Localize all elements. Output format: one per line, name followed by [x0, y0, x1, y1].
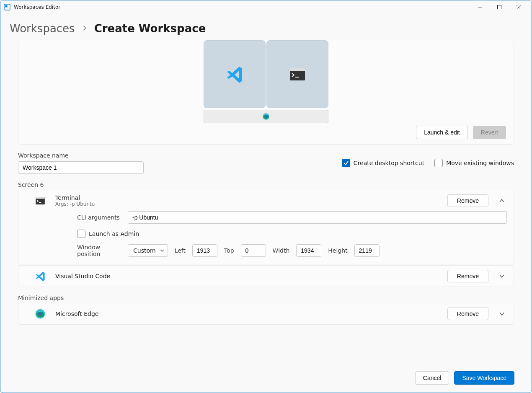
app-icon — [4, 4, 10, 10]
launch-as-admin-label: Launch as Admin — [89, 230, 139, 237]
chevron-down-icon — [499, 273, 505, 279]
vscode-icon — [34, 271, 47, 282]
create-shortcut-checkbox[interactable] — [342, 159, 350, 167]
chevron-down-icon — [160, 247, 164, 254]
svg-rect-12 — [36, 197, 45, 199]
create-shortcut-checkbox-wrap[interactable]: Create desktop shortcut — [342, 159, 424, 167]
svg-rect-3 — [498, 5, 501, 9]
layout-preview-panel: Launch & edit Revert — [18, 40, 514, 145]
window-position-label: Window position — [77, 244, 121, 257]
chevron-right-icon — [82, 25, 88, 33]
minimized-section-label: Minimized apps — [18, 295, 514, 301]
svg-point-10 — [265, 115, 268, 118]
top-input[interactable] — [241, 244, 266, 257]
collapse-button[interactable] — [497, 198, 507, 204]
expand-button[interactable] — [497, 311, 507, 317]
titlebar: Workspaces Editor — [0, 0, 532, 14]
edge-icon — [34, 308, 47, 319]
move-windows-label: Move existing windows — [446, 160, 514, 166]
edge-icon — [262, 113, 270, 120]
save-workspace-button[interactable]: Save Workspace — [454, 371, 514, 385]
svg-rect-7 — [290, 68, 305, 71]
app-row-vscode: Visual Studio Code Remove — [18, 265, 514, 287]
width-label: Width — [273, 247, 290, 254]
width-input[interactable] — [296, 244, 321, 257]
breadcrumb: Workspaces Create Workspace — [10, 22, 514, 35]
svg-point-15 — [38, 312, 42, 316]
app-subtext: Args: -p Ubuntu — [55, 201, 439, 207]
height-input[interactable] — [354, 244, 380, 257]
preview-taskbar — [204, 110, 328, 123]
cli-arguments-input[interactable] — [128, 211, 507, 224]
launch-as-admin-checkbox[interactable] — [77, 230, 85, 238]
chevron-down-icon — [499, 311, 505, 317]
launch-as-admin-wrap[interactable]: Launch as Admin — [77, 230, 139, 238]
cancel-button[interactable]: Cancel — [415, 371, 449, 385]
minimize-button[interactable] — [470, 0, 490, 14]
move-windows-checkbox-wrap[interactable]: Move existing windows — [434, 159, 514, 167]
svg-rect-1 — [5, 5, 8, 8]
move-windows-checkbox[interactable] — [434, 159, 443, 167]
preview-tile-terminal[interactable] — [266, 40, 328, 108]
app-row-terminal: Terminal Args: -p Ubuntu Remove CLI argu… — [18, 190, 514, 264]
expand-button[interactable] — [497, 273, 507, 279]
footer-actions: Cancel Save Workspace — [415, 371, 514, 385]
create-shortcut-label: Create desktop shortcut — [354, 160, 424, 166]
cli-arguments-label: CLI arguments — [77, 214, 121, 221]
remove-button[interactable]: Remove — [447, 194, 488, 207]
left-label: Left — [175, 247, 186, 254]
screen-section-label: Screen 6 — [18, 181, 514, 188]
terminal-icon — [290, 68, 305, 80]
revert-button: Revert — [473, 126, 506, 139]
window-title: Workspaces Editor — [14, 4, 60, 10]
left-input[interactable] — [192, 244, 217, 257]
remove-button[interactable]: Remove — [447, 308, 488, 320]
chevron-up-icon — [499, 198, 505, 204]
app-name: Microsoft Edge — [55, 310, 439, 317]
breadcrumb-current: Create Workspace — [94, 22, 206, 35]
preview-tile-vscode[interactable] — [204, 40, 266, 108]
app-name: Terminal — [55, 194, 439, 201]
remove-button[interactable]: Remove — [447, 270, 488, 282]
close-button[interactable] — [509, 0, 528, 14]
launch-and-edit-button[interactable]: Launch & edit — [416, 126, 468, 139]
window-controls — [470, 0, 528, 14]
workspace-name-label: Workspace name — [18, 152, 144, 159]
maximize-button[interactable] — [490, 0, 509, 14]
top-label: Top — [224, 247, 234, 254]
window-position-select[interactable]: Custom — [128, 244, 168, 257]
app-row-edge: Microsoft Edge Remove — [18, 303, 514, 325]
app-name: Visual Studio Code — [55, 273, 439, 279]
breadcrumb-root[interactable]: Workspaces — [10, 22, 75, 35]
height-label: Height — [328, 247, 347, 254]
vscode-icon — [225, 65, 244, 83]
workspace-name-input[interactable] — [18, 161, 144, 174]
terminal-icon — [34, 197, 47, 204]
